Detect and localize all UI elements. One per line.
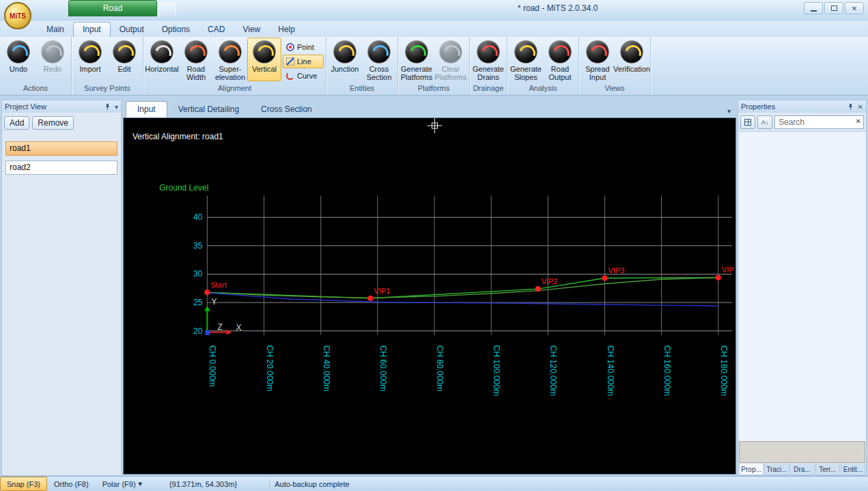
- status-toggle-polar-f9[interactable]: Polar (F9)▾: [96, 477, 149, 491]
- canvas-area: InputVertical DetailingCross Section▾ CH…: [123, 100, 736, 476]
- maximize-icon: [831, 5, 837, 11]
- minimize-button[interactable]: [804, 2, 823, 14]
- properties-tab-prop[interactable]: Prop...: [739, 464, 764, 475]
- ribbon-button-label: Cross Section: [364, 65, 394, 81]
- ribbon-button-undo[interactable]: Undo: [1, 38, 36, 81]
- menu-tab-view[interactable]: View: [234, 23, 269, 37]
- axis-x-label: X: [236, 323, 242, 333]
- x-tick-label: CH 20.000m: [265, 346, 275, 391]
- ribbon-button-label: Import: [79, 65, 100, 73]
- spread-input-icon: [586, 40, 609, 64]
- remove-button[interactable]: Remove: [32, 116, 74, 130]
- x-tick-label: CH 160.000m: [662, 346, 672, 396]
- ribbon-button-spread-input[interactable]: Spread Input: [580, 38, 615, 83]
- canvas-tabs-dropdown-icon[interactable]: ▾: [727, 107, 731, 117]
- pin-icon[interactable]: [104, 103, 111, 111]
- close-button[interactable]: ✕: [845, 2, 864, 14]
- project-view-actions: Add Remove: [2, 113, 121, 133]
- properties-tab-entit[interactable]: Entit...: [841, 464, 865, 475]
- ribbon-button-point[interactable]: Point: [283, 40, 324, 54]
- vip-point-vip3[interactable]: [602, 275, 608, 281]
- road-output-icon: [548, 40, 572, 64]
- close-panel-icon[interactable]: ✕: [858, 103, 863, 111]
- y-axis-title: Ground Level: [159, 183, 208, 193]
- ribbon-button-import[interactable]: Import: [73, 38, 107, 81]
- cursor-coordinates: {91.371m, 54.303m}: [169, 480, 237, 488]
- maximize-button[interactable]: [824, 2, 843, 14]
- ribbon-button-edit[interactable]: Edit: [107, 38, 141, 81]
- document-tab-ghost[interactable]: [158, 2, 176, 16]
- menu-tab-cad[interactable]: CAD: [199, 23, 234, 37]
- generate-platforms-icon: [405, 40, 428, 64]
- property-search: ✕: [774, 115, 864, 129]
- menu-tab-input[interactable]: Input: [73, 22, 111, 37]
- ribbon-button-label: Road Width: [181, 65, 211, 81]
- project-item-road2[interactable]: road2: [5, 160, 117, 175]
- document-tab-road[interactable]: Road: [68, 0, 157, 16]
- status-toggle-ortho-f8[interactable]: Ortho (F8): [47, 477, 96, 491]
- ribbon-button-vertical[interactable]: Vertical: [247, 38, 281, 81]
- axis-origin-marker: [205, 331, 210, 335]
- road-width-icon: [184, 40, 208, 64]
- menu-tab-output[interactable]: Output: [111, 23, 153, 37]
- ribbon-button-curve[interactable]: Curve: [283, 69, 324, 83]
- properties-tab-traci[interactable]: Traci...: [764, 464, 789, 475]
- ribbon-group-analysis: Generate SlopesRoad OutputAnalysis: [507, 37, 579, 95]
- mits-logo-icon[interactable]: MiTS: [4, 2, 31, 29]
- super-elevation-icon: [219, 40, 242, 64]
- project-item-road1[interactable]: road1: [5, 141, 117, 156]
- x-tick-label: CH 80.000m: [435, 346, 445, 391]
- generate-slopes-icon: [514, 40, 537, 64]
- tab-input[interactable]: Input: [126, 101, 167, 117]
- categorize-button[interactable]: [740, 115, 755, 129]
- properties-tab-strip: Prop...Traci...Dra...Terr...Entit...: [738, 463, 866, 475]
- undo-icon: [7, 40, 30, 64]
- status-toggles: Snap (F3)Ortho (F8)Polar (F9)▾: [0, 477, 149, 491]
- drawing-canvas[interactable]: CH 0.000mCH 20.000mCH 40.000mCH 60.000mC…: [123, 117, 736, 475]
- ribbon-button-road-output[interactable]: Road Output: [543, 38, 577, 83]
- pin-icon[interactable]: [847, 103, 854, 111]
- ribbon-button-cross-section[interactable]: Cross Section: [362, 38, 396, 83]
- ribbon-group-label: Alignment: [145, 84, 324, 95]
- ribbon-button-label: Point: [297, 43, 314, 51]
- y-tick-label: 25: [193, 298, 203, 307]
- vip-point-vip[interactable]: [716, 275, 721, 280]
- vip-point-start[interactable]: [204, 290, 210, 295]
- ribbon-button-super-elevation[interactable]: Super-elevation: [213, 38, 247, 83]
- search-clear-icon[interactable]: ✕: [856, 117, 861, 125]
- properties-tab-dra[interactable]: Dra...: [789, 464, 814, 475]
- ribbon-button-road-width[interactable]: Road Width: [179, 38, 213, 83]
- menu-tab-options[interactable]: Options: [153, 23, 199, 37]
- ribbon-button-generate-platforms[interactable]: Generate Platforms: [400, 38, 434, 83]
- ribbon-button-line[interactable]: Line: [283, 55, 324, 68]
- x-tick-label: CH 40.000m: [322, 346, 331, 391]
- ribbon-group-alignment: HorizontalRoad WidthSuper-elevationVerti…: [143, 37, 326, 95]
- sort-alphabetical-button[interactable]: A↓: [757, 115, 772, 129]
- menu-tab-main[interactable]: Main: [38, 23, 73, 37]
- chevron-down-icon[interactable]: ▾: [115, 103, 118, 111]
- ribbon-button-horizontal[interactable]: Horizontal: [145, 38, 179, 81]
- vip-point-label: VIP: [722, 266, 734, 274]
- status-toggle-snap-f3[interactable]: Snap (F3): [0, 477, 47, 491]
- ribbon-button-label: Undo: [10, 65, 27, 73]
- edit-icon: [113, 40, 136, 64]
- menu-tab-help[interactable]: Help: [269, 23, 304, 37]
- x-tick-label: CH 120.000m: [548, 346, 558, 396]
- vertical-alignment-icon: [253, 40, 276, 64]
- add-button[interactable]: Add: [4, 116, 29, 130]
- properties-tab-terr[interactable]: Terr...: [815, 464, 840, 475]
- vip-point-vip2[interactable]: [535, 286, 541, 292]
- tab-cross-section[interactable]: Cross Section: [250, 102, 323, 117]
- tab-vertical-detailing[interactable]: Vertical Detailing: [167, 102, 250, 117]
- ribbon-button-junction[interactable]: Junction: [328, 38, 362, 81]
- vip-point-vip1[interactable]: [367, 296, 373, 301]
- properties-grid[interactable]: [738, 131, 866, 441]
- ribbon-button-generate-slopes[interactable]: Generate Slopes: [509, 38, 543, 83]
- cross-section-icon: [367, 40, 391, 64]
- ribbon-button-generate-drains[interactable]: Generate Drains: [471, 38, 505, 83]
- ribbon-button-label: Edit: [118, 65, 131, 73]
- search-input[interactable]: [774, 115, 864, 129]
- title-bar: MiTS Road * road - MiTS 2.0.34.0 ✕: [0, 0, 868, 20]
- line-icon: [286, 57, 294, 66]
- ribbon-button-verification[interactable]: Verification: [615, 38, 649, 81]
